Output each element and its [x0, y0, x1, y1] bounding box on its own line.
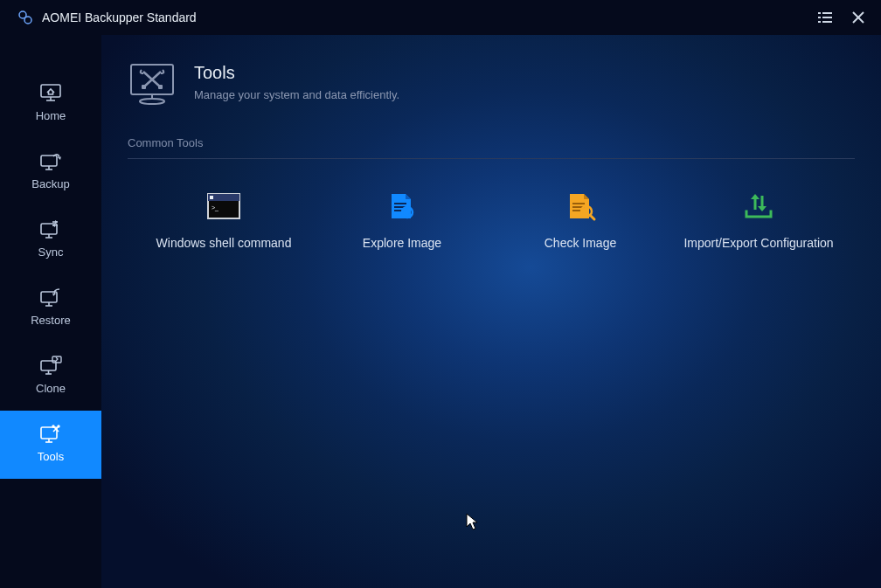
shell-command-icon: >_: [205, 190, 243, 222]
titlebar: AOMEI Backupper Standard: [0, 0, 881, 35]
section-common-tools-header: Common Tools: [128, 136, 855, 159]
import-export-icon: [739, 190, 778, 222]
tool-check-image[interactable]: Check Image: [495, 190, 666, 250]
svg-rect-51: [572, 210, 581, 211]
tools-icon: [38, 424, 63, 443]
tool-label: Explore Image: [363, 236, 441, 250]
svg-rect-4: [818, 17, 821, 18]
sync-icon: [38, 219, 63, 239]
sidebar-item-label: Backup: [31, 177, 69, 190]
close-icon[interactable]: [850, 9, 867, 26]
svg-line-53: [590, 215, 594, 219]
explore-image-icon: [383, 190, 421, 222]
sidebar-item-sync[interactable]: Sync: [0, 206, 101, 274]
svg-marker-57: [758, 206, 767, 211]
sidebar-item-label: Restore: [31, 314, 71, 327]
main-content: Tools Manage your system and data effici…: [101, 35, 881, 588]
svg-marker-55: [751, 194, 760, 199]
page-header: Tools Manage your system and data effici…: [128, 61, 855, 107]
sidebar-item-tools[interactable]: Tools: [0, 411, 101, 479]
sidebar-item-label: Sync: [38, 246, 64, 259]
svg-point-36: [140, 99, 164, 104]
svg-rect-49: [572, 203, 585, 204]
tool-label: Windows shell command: [156, 236, 292, 250]
check-image-icon: [561, 190, 600, 222]
sidebar-item-backup[interactable]: Backup: [0, 138, 101, 206]
tool-import-export-configuration[interactable]: Import/Export Configuration: [673, 190, 844, 250]
svg-point-48: [406, 211, 410, 215]
home-icon: [38, 83, 63, 102]
tool-label: Check Image: [545, 236, 616, 250]
svg-point-1: [24, 17, 31, 24]
sidebar-item-home[interactable]: Home: [0, 70, 101, 138]
clone-icon: [38, 356, 63, 375]
svg-point-34: [57, 425, 59, 427]
svg-rect-38: [158, 85, 163, 89]
tool-windows-shell-command[interactable]: >_ Windows shell command: [138, 190, 309, 250]
app-title: AOMEI Backupper Standard: [42, 10, 197, 24]
titlebar-left: AOMEI Backupper Standard: [17, 10, 197, 25]
svg-rect-44: [394, 203, 406, 204]
sidebar: Home Backup: [0, 35, 101, 588]
tool-label: Import/Export Configuration: [683, 236, 833, 250]
svg-point-33: [52, 425, 54, 427]
page-subtitle: Manage your system and data efficiently.: [194, 88, 399, 101]
svg-rect-2: [818, 12, 821, 14]
menu-icon[interactable]: [816, 9, 834, 26]
tools-page-icon: [128, 61, 177, 107]
svg-rect-5: [822, 17, 832, 18]
cursor-icon: [465, 512, 481, 535]
svg-rect-7: [822, 21, 832, 23]
sidebar-item-label: Home: [36, 109, 66, 122]
svg-rect-10: [41, 85, 60, 97]
sidebar-item-label: Clone: [36, 382, 66, 395]
sidebar-item-restore[interactable]: Restore: [0, 274, 101, 342]
svg-text:>_: >_: [212, 204, 219, 211]
svg-rect-13: [41, 156, 57, 166]
sidebar-item-clone[interactable]: Clone: [0, 342, 101, 411]
backup-icon: [38, 151, 63, 170]
svg-rect-30: [41, 427, 57, 439]
svg-rect-39: [142, 85, 146, 89]
app-logo-icon: [17, 10, 33, 25]
svg-rect-42: [210, 196, 213, 199]
page-title: Tools: [194, 63, 399, 83]
svg-rect-3: [822, 12, 832, 14]
svg-rect-6: [818, 21, 821, 23]
tool-explore-image[interactable]: Explore Image: [316, 190, 488, 250]
sidebar-item-label: Tools: [38, 450, 64, 463]
restore-icon: [38, 287, 63, 307]
